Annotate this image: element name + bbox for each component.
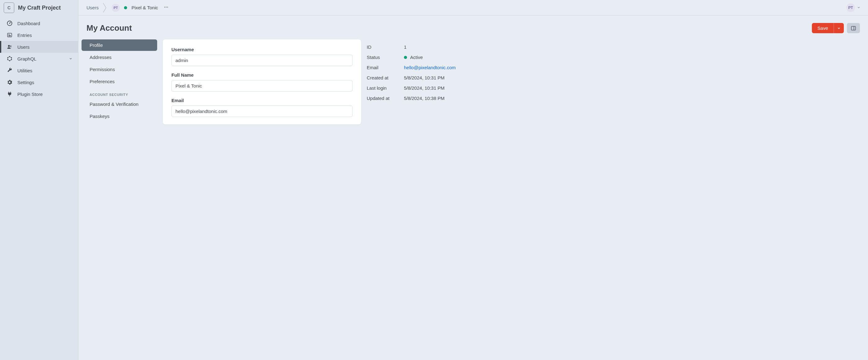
meta-status-value: Active	[410, 55, 423, 60]
wrench-icon	[7, 68, 12, 73]
email-input[interactable]	[172, 106, 352, 117]
meta-id-value: 1	[404, 45, 406, 50]
svg-marker-8	[8, 56, 11, 61]
nav-label: Plugin Store	[18, 91, 43, 97]
topbar: Users PT Pixel & Tonic PT	[79, 0, 868, 16]
users-icon	[7, 44, 12, 50]
sidebar: C My Craft Project Dashboard Entries U	[0, 0, 79, 360]
profile-form: Username Full Name Email	[163, 39, 361, 124]
tabs-security-heading: ACCOUNT SECURITY	[82, 88, 157, 99]
meta-email-label: Email	[367, 65, 404, 70]
fullname-label: Full Name	[172, 72, 352, 78]
tab-profile[interactable]: Profile	[82, 39, 157, 51]
svg-point-9	[9, 56, 10, 57]
breadcrumb-name: Pixel & Tonic	[131, 5, 158, 10]
tab-addresses[interactable]: Addresses	[82, 52, 157, 63]
newspaper-icon	[7, 32, 12, 38]
nav-item-users[interactable]: Users	[0, 41, 78, 53]
svg-point-13	[7, 59, 8, 60]
graphql-icon	[7, 56, 12, 61]
tab-permissions[interactable]: Permissions	[82, 64, 157, 75]
nav-label: Users	[18, 45, 29, 50]
chevron-down-icon[interactable]	[857, 5, 861, 10]
breadcrumb-root[interactable]: Users	[87, 5, 99, 10]
nav-item-entries[interactable]: Entries	[0, 29, 78, 41]
save-button-group: Save	[812, 23, 844, 33]
svg-point-14	[7, 57, 8, 58]
nav-item-settings[interactable]: Settings	[0, 76, 78, 88]
meta-email-link[interactable]: hello@pixelandtonic.com	[404, 65, 456, 70]
username-input[interactable]	[172, 55, 352, 66]
nav-item-plugin-store[interactable]: Plugin Store	[0, 88, 78, 100]
meta-created-value: 5/8/2024, 10:31 PM	[404, 75, 444, 80]
status-dot-icon	[404, 56, 407, 59]
svg-point-6	[8, 45, 10, 47]
breadcrumb-separator-icon	[103, 3, 107, 12]
nav-item-utilities[interactable]: Utilities	[0, 64, 78, 76]
nav-item-dashboard[interactable]: Dashboard	[0, 18, 78, 29]
toggle-details-button[interactable]	[847, 23, 860, 33]
logo[interactable]: C	[4, 2, 14, 13]
tab-password-verification[interactable]: Password & Verification	[82, 99, 157, 110]
svg-point-11	[11, 59, 12, 60]
tab-passkeys[interactable]: Passkeys	[82, 110, 157, 122]
breadcrumb-avatar: PT	[112, 4, 120, 12]
email-label: Email	[172, 98, 352, 103]
nav-label: Utilities	[18, 68, 32, 73]
page-title: My Account	[87, 23, 132, 33]
save-button[interactable]: Save	[812, 23, 834, 33]
user-menu-avatar[interactable]: PT	[846, 3, 855, 12]
meta-created-label: Created at	[367, 75, 404, 80]
project-title[interactable]: My Craft Project	[18, 5, 61, 11]
meta-lastlogin-label: Last login	[367, 85, 404, 91]
chevron-down-icon	[69, 56, 72, 61]
breadcrumb-actions-button[interactable]	[162, 3, 170, 12]
nav-label: Dashboard	[18, 21, 40, 26]
nav-label: Entries	[18, 33, 32, 38]
nav-item-graphql[interactable]: GraphQL	[0, 53, 78, 64]
svg-point-16	[165, 7, 166, 8]
svg-point-1	[9, 23, 10, 24]
svg-point-17	[167, 7, 168, 8]
details-panel: ID 1 Status Active Email hello@pixelandt…	[367, 39, 478, 103]
sidebar-header: C My Craft Project	[0, 0, 78, 16]
meta-updated-value: 5/8/2024, 10:38 PM	[404, 95, 444, 101]
username-label: Username	[172, 47, 352, 52]
primary-nav: Dashboard Entries Users GraphQL	[0, 16, 78, 100]
save-more-button[interactable]	[834, 23, 844, 33]
svg-point-15	[164, 7, 165, 8]
tab-preferences[interactable]: Preferences	[82, 76, 157, 87]
status-dot-icon	[124, 6, 127, 9]
gear-icon	[7, 79, 12, 85]
page-header: My Account Save	[79, 16, 868, 39]
svg-point-10	[11, 57, 12, 58]
gauge-icon	[7, 21, 12, 26]
svg-point-12	[9, 60, 10, 61]
svg-rect-18	[851, 26, 856, 30]
fullname-input[interactable]	[172, 80, 352, 91]
meta-lastlogin-value: 5/8/2024, 10:31 PM	[404, 85, 444, 91]
meta-updated-label: Updated at	[367, 95, 404, 101]
meta-status-label: Status	[367, 55, 404, 60]
plug-icon	[7, 91, 12, 97]
nav-label: GraphQL	[18, 56, 37, 61]
meta-id-label: ID	[367, 45, 404, 50]
nav-label: Settings	[18, 80, 34, 85]
tabs: Profile Addresses Permissions Preference…	[82, 39, 157, 122]
svg-point-7	[10, 46, 12, 47]
